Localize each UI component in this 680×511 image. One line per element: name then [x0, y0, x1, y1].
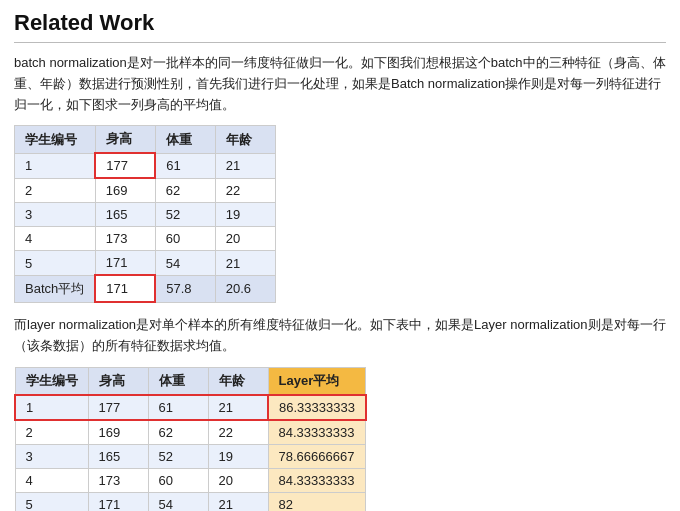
table-cell: 19 — [208, 444, 268, 468]
col-header-height: 身高 — [95, 126, 155, 154]
table-cell: 2 — [15, 178, 96, 203]
table-row: 51715421 — [15, 251, 276, 276]
table-cell: 61 — [155, 153, 215, 178]
table-cell: 4 — [15, 227, 96, 251]
paragraph-1: batch normalization是对一批样本的同一纬度特征做归一化。如下图… — [14, 53, 666, 115]
table-cell: 20 — [215, 227, 275, 251]
table-cell: 52 — [148, 444, 208, 468]
table-cell: 21 — [208, 395, 268, 420]
table-cell: 165 — [88, 444, 148, 468]
table-cell: 54 — [148, 492, 208, 511]
table-cell: 62 — [155, 178, 215, 203]
table-cell: 20.6 — [215, 275, 275, 302]
table-cell: 1 — [15, 395, 88, 420]
table-cell: 82 — [268, 492, 366, 511]
table-cell: 171 — [95, 251, 155, 276]
col-header-age: 年龄 — [215, 126, 275, 154]
table-cell: 4 — [15, 468, 88, 492]
col2-header-height: 身高 — [88, 367, 148, 395]
table-cell: 86.33333333 — [268, 395, 366, 420]
table-cell: 177 — [88, 395, 148, 420]
table-cell: 169 — [95, 178, 155, 203]
table-cell: 52 — [155, 203, 215, 227]
col2-header-age: 年龄 — [208, 367, 268, 395]
table-cell: 78.66666667 — [268, 444, 366, 468]
table-cell: 3 — [15, 444, 88, 468]
table-row: 21696222 — [15, 178, 276, 203]
table-row: 41736020 — [15, 227, 276, 251]
table-cell: 165 — [95, 203, 155, 227]
table-row: 1177612186.33333333 — [15, 395, 366, 420]
paragraph-2: 而layer normalization是对单个样本的所有维度特征做归一化。如下… — [14, 315, 666, 357]
table-cell: 22 — [208, 420, 268, 445]
table-cell: 177 — [95, 153, 155, 178]
table-row: 11776121 — [15, 153, 276, 178]
table-cell: 21 — [208, 492, 268, 511]
table-cell: 21 — [215, 251, 275, 276]
table-cell: 173 — [95, 227, 155, 251]
table-cell: 22 — [215, 178, 275, 203]
table-cell: 54 — [155, 251, 215, 276]
table-row: 2169622284.33333333 — [15, 420, 366, 445]
table-cell: 61 — [148, 395, 208, 420]
col-header-weight: 体重 — [155, 126, 215, 154]
batch-avg-row: Batch平均17157.820.6 — [15, 275, 276, 302]
table-cell: 60 — [155, 227, 215, 251]
col2-header-layer-avg: Layer平均 — [268, 367, 366, 395]
table-row: 4173602084.33333333 — [15, 468, 366, 492]
col2-header-weight: 体重 — [148, 367, 208, 395]
table-cell: 171 — [88, 492, 148, 511]
table-cell: 3 — [15, 203, 96, 227]
table-cell: 5 — [15, 492, 88, 511]
title-divider — [14, 42, 666, 43]
table-row: 3165521978.66666667 — [15, 444, 366, 468]
col-header-id: 学生编号 — [15, 126, 96, 154]
layer-norm-table: 学生编号 身高 体重 年龄 Layer平均 1177612186.3333333… — [14, 367, 367, 511]
table-cell: 60 — [148, 468, 208, 492]
table-cell: 19 — [215, 203, 275, 227]
table-cell: 173 — [88, 468, 148, 492]
batch-norm-table: 学生编号 身高 体重 年龄 11776121216962223165521941… — [14, 125, 276, 303]
table-cell: 20 — [208, 468, 268, 492]
table-cell: 171 — [95, 275, 155, 302]
col2-header-id: 学生编号 — [15, 367, 88, 395]
table-cell: 84.33333333 — [268, 420, 366, 445]
table-cell: Batch平均 — [15, 275, 96, 302]
table-cell: 21 — [215, 153, 275, 178]
table-cell: 62 — [148, 420, 208, 445]
table-row: 31655219 — [15, 203, 276, 227]
page-title: Related Work — [14, 10, 666, 36]
table-cell: 1 — [15, 153, 96, 178]
table-cell: 5 — [15, 251, 96, 276]
table-cell: 57.8 — [155, 275, 215, 302]
table-cell: 2 — [15, 420, 88, 445]
table-cell: 169 — [88, 420, 148, 445]
table-row: 5171542182 — [15, 492, 366, 511]
table-cell: 84.33333333 — [268, 468, 366, 492]
